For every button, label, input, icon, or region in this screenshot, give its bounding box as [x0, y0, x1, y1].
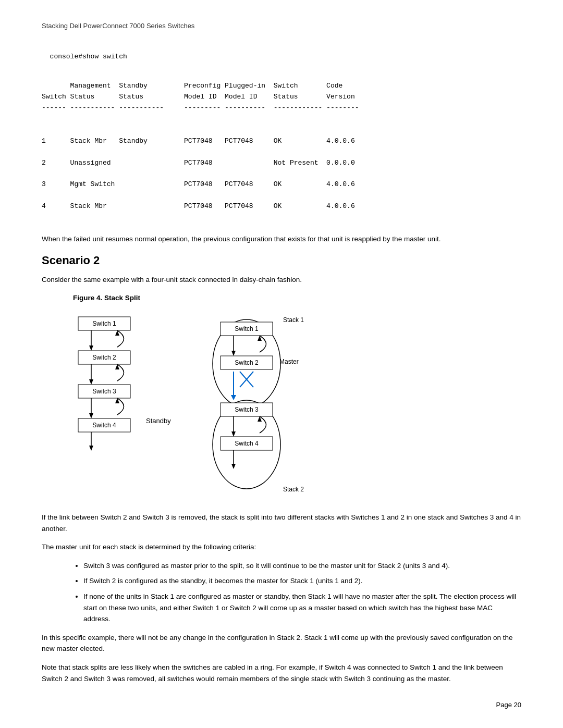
- bullet-item-2: If Switch 2 is configured as the standby…: [83, 575, 521, 587]
- left-stack-svg: Switch 1 Switch 2 Switch 3: [63, 312, 146, 489]
- page-header: Stacking Dell PowerConnect 7000 Series S…: [42, 21, 521, 31]
- figure-caption: Figure 4. Stack Split: [73, 293, 521, 303]
- svg-marker-41: [231, 464, 236, 469]
- bullet-item-1: Switch 3 was configured as master prior …: [83, 560, 521, 572]
- para4: In this specific example, there will not…: [42, 632, 521, 655]
- para5: Note that stack splits are less likely w…: [42, 662, 521, 684]
- svg-marker-24: [231, 351, 236, 356]
- svg-marker-36: [231, 431, 236, 437]
- scenario-title: Scenario 2: [42, 252, 521, 269]
- para1: When the failed unit resumes normal oper…: [42, 233, 521, 245]
- page-number: Page 20: [42, 700, 521, 710]
- svg-text:Stack 2: Stack 2: [283, 486, 304, 493]
- svg-text:Master: Master: [279, 358, 299, 365]
- left-diagram: Switch 1 Switch 2 Switch 3: [63, 312, 171, 489]
- svg-text:Stack 1: Stack 1: [283, 316, 304, 324]
- svg-text:Switch 1: Switch 1: [235, 325, 259, 332]
- table-row: 1 Stack Mbr Standby PCT7048 PCT7048 OK 4…: [42, 136, 521, 147]
- para3: The master unit for each stack is determ…: [42, 541, 521, 553]
- right-diagram: Stack 1 Switch 1 Switch 2 Master S: [202, 312, 307, 499]
- table-row: 2 Unassigned PCT7048 Not Present 0.0.0.0: [42, 158, 521, 169]
- standby-label: Standby: [146, 416, 171, 426]
- table-row: 3 Mgmt Switch PCT7048 PCT7048 OK 4.0.0.6: [42, 179, 521, 190]
- switch-table-rows: 1 Stack Mbr Standby PCT7048 PCT7048 OK 4…: [42, 125, 521, 223]
- svg-text:Switch 3: Switch 3: [92, 388, 116, 395]
- svg-text:Switch 3: Switch 3: [235, 406, 259, 413]
- svg-marker-43: [231, 395, 236, 400]
- scenario-intro: Consider the same example with a four-un…: [42, 274, 521, 286]
- bullet-item-3: If none of the units in Stack 1 are conf…: [83, 591, 521, 625]
- svg-text:Switch 2: Switch 2: [92, 354, 116, 361]
- switch-table: Management Standby Preconfig Plugged-in …: [42, 70, 521, 125]
- figure-area: Switch 1 Switch 2 Switch 3: [63, 312, 521, 499]
- page-header-title: Stacking Dell PowerConnect 7000 Series S…: [42, 22, 194, 30]
- svg-text:Switch 2: Switch 2: [235, 359, 259, 366]
- svg-marker-8: [89, 379, 93, 385]
- para2: If the link between Switch 2 and Switch …: [42, 512, 521, 534]
- svg-text:Switch 1: Switch 1: [92, 320, 116, 327]
- svg-marker-3: [89, 346, 93, 351]
- console-command: console#show switch: [42, 42, 521, 62]
- right-stack-svg: Stack 1 Switch 1 Switch 2 Master S: [202, 312, 307, 499]
- svg-text:Switch 4: Switch 4: [92, 422, 116, 429]
- svg-marker-13: [89, 413, 93, 418]
- svg-marker-18: [89, 446, 93, 451]
- bullet-list: Switch 3 was configured as master prior …: [83, 560, 521, 625]
- table-row: 4 Stack Mbr PCT7048 PCT7048 OK 4.0.0.6: [42, 201, 521, 212]
- svg-text:Switch 4: Switch 4: [235, 440, 259, 447]
